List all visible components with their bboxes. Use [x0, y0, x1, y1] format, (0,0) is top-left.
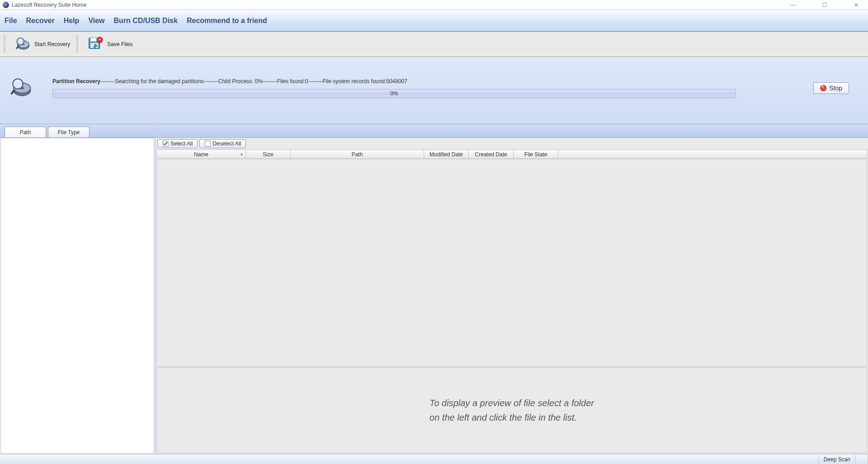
progress-title: Partition Recovery	[52, 78, 100, 84]
save-files-button[interactable]: Save Files	[82, 33, 137, 55]
progress-status-line: Partition Recovery--------Searching for …	[52, 78, 795, 84]
progress-main: Partition Recovery--------Searching for …	[52, 78, 795, 98]
records-found-value: 5048007	[386, 78, 407, 84]
save-files-icon	[86, 35, 104, 53]
start-recovery-button[interactable]: Start Recovery	[9, 33, 75, 55]
menu-burn[interactable]: Burn CD/USB Disk	[114, 17, 178, 25]
col-path[interactable]: Path	[291, 150, 424, 159]
minimize-button[interactable]: —	[784, 0, 802, 9]
window-controls: — ☐ ✕	[784, 0, 865, 9]
file-list: Name ▾ Size Path Modified Date Created D…	[156, 150, 867, 366]
close-button[interactable]: ✕	[847, 0, 865, 9]
window-title: Lazesoft Recovery Suite Home	[12, 2, 86, 8]
sort-indicator-icon: ▾	[241, 152, 243, 157]
folder-tree[interactable]	[0, 138, 154, 454]
col-size[interactable]: Size	[246, 150, 291, 159]
progress-bar-text: 0%	[390, 90, 398, 97]
menu-recommend[interactable]: Recommend to a friend	[187, 17, 267, 25]
file-list-body[interactable]	[157, 159, 867, 366]
svg-point-9	[97, 37, 103, 43]
col-created-date[interactable]: Created Date	[469, 150, 514, 159]
app-icon	[3, 2, 9, 8]
deselect-all-icon	[204, 141, 211, 147]
toolbar: Start Recovery Save Files	[0, 32, 868, 57]
left-tabs: Path File Type	[0, 124, 155, 138]
svg-rect-18	[205, 141, 210, 146]
maximize-button[interactable]: ☐	[816, 0, 834, 9]
progress-panel: Partition Recovery--------Searching for …	[0, 57, 868, 124]
status-bar: Deep Scan	[0, 454, 868, 464]
preview-hint: To display a preview of file select a fo…	[429, 396, 594, 425]
selection-row: Select All Deselect All	[156, 138, 868, 150]
status-grip	[855, 455, 868, 464]
col-name[interactable]: Name ▾	[157, 150, 246, 159]
child-process-value: 0%	[255, 78, 262, 84]
stop-label: Stop	[829, 84, 842, 92]
menu-bar: File Recover Help View Burn CD/USB Disk …	[0, 10, 868, 32]
progress-bar: 0%	[52, 89, 736, 98]
toolbar-grip-2	[76, 35, 78, 53]
menu-file[interactable]: File	[5, 17, 17, 25]
right-top-strip	[156, 124, 868, 138]
menu-help[interactable]: Help	[64, 17, 80, 25]
magnifier-disk-icon	[14, 35, 32, 53]
preview-panel: To display a preview of file select a fo…	[156, 367, 867, 453]
scan-disk-icon	[8, 75, 34, 101]
main-split: Path File Type Select All Deselect All	[0, 124, 868, 454]
menu-view[interactable]: View	[88, 17, 104, 25]
menu-recover[interactable]: Recover	[26, 17, 55, 25]
stop-icon	[820, 85, 826, 91]
files-found-value: 0	[305, 78, 308, 84]
svg-rect-10	[99, 39, 101, 39]
status-scan-mode: Deep Scan	[819, 455, 855, 464]
select-all-button[interactable]: Select All	[157, 139, 198, 148]
file-list-header: Name ▾ Size Path Modified Date Created D…	[157, 150, 867, 159]
start-recovery-label: Start Recovery	[34, 41, 70, 47]
svg-rect-7	[90, 37, 97, 41]
svg-point-15	[13, 79, 23, 89]
tab-path[interactable]: Path	[5, 127, 46, 137]
toolbar-grip	[4, 35, 5, 53]
col-modified-date[interactable]: Modified Date	[424, 150, 469, 159]
select-all-icon	[162, 141, 169, 147]
right-pane: Select All Deselect All Name ▾ Size Path…	[156, 124, 868, 454]
status-left	[0, 455, 819, 464]
stop-button[interactable]: Stop	[813, 82, 849, 94]
left-pane: Path File Type	[0, 124, 156, 454]
save-files-label: Save Files	[107, 41, 132, 47]
titlebar: Lazesoft Recovery Suite Home — ☐ ✕	[0, 0, 868, 10]
deselect-all-button[interactable]: Deselect All	[199, 139, 246, 148]
col-file-state[interactable]: File State	[514, 150, 558, 159]
tab-file-type[interactable]: File Type	[48, 127, 90, 137]
